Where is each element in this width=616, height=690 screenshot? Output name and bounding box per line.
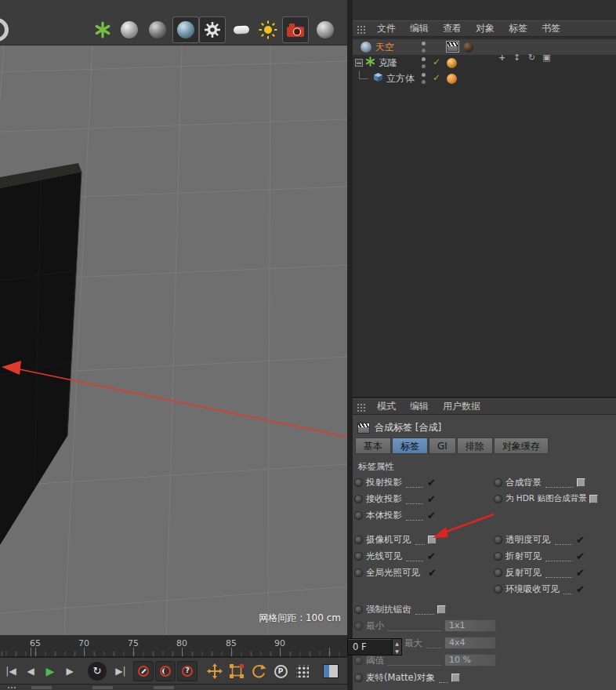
move-tool-button[interactable]: [204, 660, 226, 682]
anim-dot-icon[interactable]: [355, 623, 362, 630]
floor-button[interactable]: [228, 16, 255, 43]
menu-edit[interactable]: 编辑: [403, 21, 436, 36]
camera-button[interactable]: [282, 16, 309, 43]
anim-dot-icon[interactable]: [355, 479, 362, 486]
checkbox[interactable]: [577, 478, 585, 487]
anim-dot-icon[interactable]: [495, 553, 502, 560]
checkbox[interactable]: [427, 568, 437, 578]
checkbox[interactable]: [575, 551, 585, 561]
zoom-icon[interactable]: ↕: [511, 52, 523, 64]
keyframe-help-button[interactable]: ?: [177, 661, 197, 681]
menu-view[interactable]: 查看: [436, 21, 469, 36]
sky-material-tag-icon[interactable]: [463, 42, 473, 53]
menu-bookmarks[interactable]: 书签: [534, 21, 567, 36]
autokey-button[interactable]: [155, 661, 176, 681]
rotate-icon[interactable]: ↻: [526, 52, 538, 64]
menu-tags[interactable]: 标签: [502, 21, 534, 36]
panel-grip-icon[interactable]: [357, 24, 365, 34]
pan-icon[interactable]: +: [496, 52, 508, 64]
checkbox[interactable]: [589, 495, 598, 503]
checkbox[interactable]: [426, 478, 437, 488]
menu-mode[interactable]: 模式: [370, 399, 403, 414]
anim-dot-icon[interactable]: [355, 657, 362, 664]
object-row-cube[interactable]: 立方体 ✓: [353, 71, 616, 86]
light-button[interactable]: [255, 16, 281, 43]
checkbox[interactable]: [575, 535, 585, 545]
prev-frame-button[interactable]: ◀: [21, 661, 40, 681]
material-tag-icon[interactable]: [447, 58, 457, 68]
threshold-field[interactable]: 10 %: [444, 654, 496, 666]
mograph-cloner-button[interactable]: [89, 16, 116, 43]
tab-exclusion[interactable]: 排除: [457, 438, 493, 454]
object-label[interactable]: 立方体: [386, 72, 415, 85]
anim-dot-icon[interactable]: [495, 496, 502, 503]
max-field[interactable]: 4x4: [444, 637, 496, 649]
loop-mode-button[interactable]: ↻: [88, 662, 107, 681]
sphere-textured-button[interactable]: [172, 16, 199, 43]
anim-dot-icon[interactable]: [355, 496, 362, 503]
step-up-icon[interactable]: ▲: [395, 641, 399, 646]
scale-tool-button[interactable]: [226, 660, 248, 682]
compositing-tag-icon[interactable]: [447, 42, 458, 52]
panel-grip-icon[interactable]: [7, 685, 16, 690]
menu-userdata[interactable]: 用户数据: [436, 399, 487, 414]
checkbox[interactable]: [426, 551, 437, 561]
goto-end-button[interactable]: ▶|: [111, 661, 130, 681]
goto-start-button[interactable]: |◀: [2, 661, 20, 681]
menu-file[interactable]: 文件: [370, 21, 403, 36]
current-frame-field[interactable]: 0 F ▲ ▼: [347, 638, 402, 656]
tab-object-buffer[interactable]: 对象缓存: [494, 438, 549, 454]
anim-dot-icon[interactable]: [355, 674, 362, 681]
tab-tag[interactable]: 标签: [392, 438, 428, 454]
anim-dot-icon[interactable]: [495, 586, 502, 593]
visibility-dots[interactable]: [422, 73, 426, 84]
object-row-sky[interactable]: 天空: [353, 39, 616, 55]
play-button[interactable]: ▶: [41, 661, 60, 681]
menu-objects[interactable]: 对象: [469, 21, 502, 36]
checkbox[interactable]: [451, 674, 460, 682]
settings-button[interactable]: [199, 16, 226, 43]
coordinate-system-button[interactable]: P: [270, 660, 292, 682]
step-down-icon[interactable]: ▼: [395, 648, 399, 654]
maximize-icon[interactable]: ▣: [541, 52, 553, 64]
object-row-cloner[interactable]: 克隆 ✓: [353, 55, 616, 71]
checkbox[interactable]: [575, 584, 585, 594]
layout-button[interactable]: [320, 660, 342, 682]
anim-dot-icon[interactable]: [495, 569, 502, 576]
rotate-tool-button[interactable]: [248, 660, 270, 682]
checkbox[interactable]: [426, 494, 437, 504]
record-keyframe-button[interactable]: [133, 661, 154, 681]
phong-tag-icon[interactable]: [447, 74, 457, 84]
visibility-dots[interactable]: [422, 57, 426, 68]
enabled-check-icon[interactable]: ✓: [433, 56, 440, 67]
object-label[interactable]: 天空: [375, 41, 394, 54]
anim-dot-icon[interactable]: [355, 536, 362, 543]
timeline-ruler[interactable]: 65 70 75 80 85 90: [0, 635, 347, 657]
checkbox[interactable]: [575, 568, 585, 578]
sphere-gray-button[interactable]: [312, 16, 339, 43]
tab-basic[interactable]: 基本: [355, 438, 391, 454]
frame-stepper[interactable]: ▲ ▼: [392, 639, 401, 655]
menu-edit[interactable]: 编辑: [403, 399, 436, 414]
anim-dot-icon[interactable]: [495, 479, 502, 486]
visibility-dots[interactable]: [422, 42, 426, 53]
viewport[interactable]: 网格间距 : 100 cm: [0, 45, 347, 635]
light-sun-icon: [259, 20, 277, 39]
tab-gi[interactable]: GI: [429, 438, 456, 454]
snap-grid-button[interactable]: [292, 660, 313, 682]
sphere-shaded-button[interactable]: [144, 16, 171, 43]
checkbox[interactable]: [437, 605, 446, 614]
panel-divider[interactable]: [347, 0, 353, 690]
panel-grip-icon[interactable]: [357, 402, 365, 412]
object-label[interactable]: 克隆: [379, 56, 397, 70]
sphere-button[interactable]: [116, 16, 143, 43]
anim-dot-icon[interactable]: [355, 569, 362, 576]
collapse-toggle-icon[interactable]: [355, 59, 363, 67]
anim-dot-icon[interactable]: [355, 512, 362, 519]
cube-object[interactable]: [0, 163, 82, 545]
enabled-check-icon[interactable]: ✓: [433, 72, 440, 83]
next-frame-button[interactable]: ▶: [60, 661, 79, 681]
anim-dot-icon[interactable]: [355, 606, 362, 613]
min-field[interactable]: 1x1: [444, 619, 496, 632]
anim-dot-icon[interactable]: [355, 553, 362, 560]
